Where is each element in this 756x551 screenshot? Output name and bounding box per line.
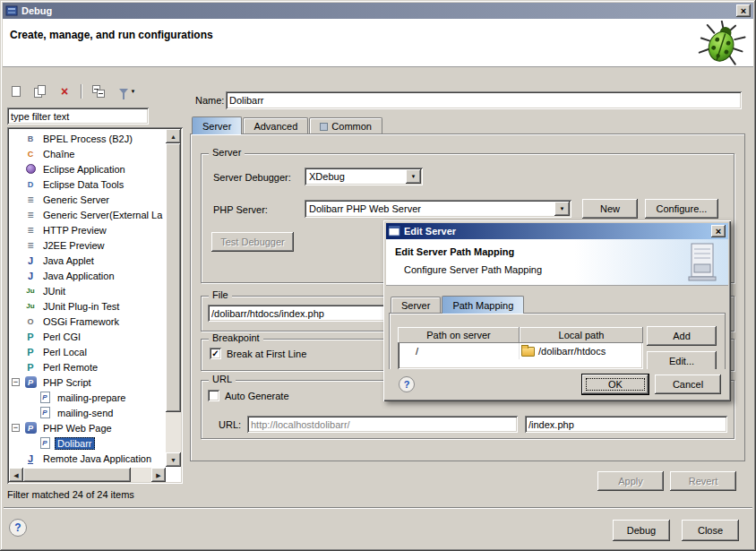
close-button[interactable]: Close <box>682 520 739 541</box>
tree-item[interactable]: OOSGi Framework <box>10 314 165 329</box>
column-local-path[interactable]: Local path <box>520 327 643 343</box>
eclipse-application-icon <box>23 162 38 176</box>
close-icon[interactable]: × <box>711 225 726 237</box>
help-icon: ? <box>404 379 410 390</box>
window-titlebar[interactable]: Debug × <box>3 3 753 19</box>
tab-common[interactable]: Common <box>309 117 382 134</box>
tab-server[interactable]: Server <box>192 116 242 134</box>
duplicate-config-button[interactable] <box>30 82 51 100</box>
ok-button[interactable]: OK <box>582 375 649 394</box>
server-debugger-select[interactable]: XDebug ▼ <box>305 168 423 185</box>
help-button[interactable]: ? <box>9 519 27 537</box>
path-mapping-table[interactable]: Path on server Local path / /dolibarr/ht… <box>398 327 643 369</box>
configure-server-button[interactable]: Configure... <box>645 199 718 219</box>
edit-mapping-button[interactable]: Edit... <box>647 351 717 371</box>
new-server-button[interactable]: New <box>582 199 638 219</box>
url-label: URL: <box>219 419 241 430</box>
tree-item-label: BPEL Process (B2J) <box>40 133 135 145</box>
break-first-line-checkbox[interactable]: ✓ <box>210 348 221 359</box>
auto-generate-checkbox[interactable] <box>208 390 219 401</box>
tree-item[interactable]: PPerl Local <box>10 344 165 359</box>
data-tools-icon: D <box>23 177 38 192</box>
tree-item-label: mailing-prepare <box>55 392 128 404</box>
dialog-help-button[interactable]: ? <box>399 376 415 392</box>
tab-label: Advanced <box>253 121 297 132</box>
tree-item[interactable]: JJava Applet <box>10 253 165 268</box>
cancel-button[interactable]: Cancel <box>655 375 721 394</box>
php-server-select[interactable]: Dolibarr PHP Web Server ▼ <box>305 200 571 218</box>
tree-item-selected[interactable]: PDolibarr <box>10 435 165 451</box>
tree-item[interactable]: −PPHP Web Page <box>10 420 165 435</box>
name-input[interactable] <box>226 91 742 109</box>
banner-title: Create, manage, and run configurations <box>10 29 213 41</box>
tree-item[interactable]: Eclipse Application <box>10 161 165 176</box>
tree-item[interactable]: −PPHP Script <box>10 375 165 390</box>
collapse-expander-icon[interactable]: − <box>12 378 20 386</box>
banner: Create, manage, and run configurations <box>3 19 753 67</box>
tree-item[interactable]: JRemote Java Application <box>10 451 165 466</box>
tree-item[interactable]: ≡Generic Server <box>10 192 165 207</box>
path-on-server-cell: / <box>398 343 520 359</box>
tab-path-mapping[interactable]: Path Mapping <box>442 296 524 314</box>
tree-item-label: JUnit <box>40 285 68 297</box>
new-config-button[interactable] <box>5 82 27 100</box>
tree-item[interactable]: Pmailing-send <box>10 405 165 420</box>
dialog-title: Edit Server <box>404 226 456 237</box>
bpel-process-icon: B <box>23 132 38 146</box>
scroll-down-icon[interactable]: ▼ <box>166 452 181 467</box>
tree-item[interactable]: CChaîne <box>10 146 165 161</box>
remote-java-icon: J <box>23 452 38 466</box>
tree-item-label: Generic Server(External La <box>40 209 165 221</box>
server-icon: ≡ <box>23 238 38 253</box>
tree-item[interactable]: ≡J2EE Preview <box>10 237 165 253</box>
url-file-input[interactable] <box>525 416 727 433</box>
delete-config-button[interactable]: × <box>54 82 75 100</box>
dialog-titlebar[interactable]: Edit Server × <box>386 223 728 239</box>
local-path-text: /dolibarr/htdocs <box>538 346 606 357</box>
revert-button[interactable]: Revert <box>670 471 736 491</box>
tree-item-label: JUnit Plug-in Test <box>40 300 122 313</box>
filter-button[interactable]: ▼ <box>112 82 142 100</box>
tree-item[interactable]: Pmailing-prepare <box>10 390 165 405</box>
tree-vertical-scrollbar[interactable]: ▲ ▼ <box>166 129 181 467</box>
tree-filter-input[interactable] <box>7 108 149 125</box>
debug-button[interactable]: Debug <box>613 520 670 541</box>
scroll-left-icon[interactable]: ◀ <box>9 468 23 482</box>
tree-item-label: Chaîne <box>40 148 77 160</box>
table-row[interactable]: / /dolibarr/htdocs <box>398 343 643 359</box>
dialog-banner: Edit Server Path Mapping Configure Serve… <box>386 239 728 286</box>
tree-item[interactable]: BBPEL Process (B2J) <box>10 131 165 146</box>
tree-item[interactable]: ≡Generic Server(External La <box>10 207 165 222</box>
scrollbar-thumb[interactable] <box>166 143 181 412</box>
tab-advanced[interactable]: Advanced <box>243 117 308 134</box>
break-first-line-label: Break at First Line <box>227 349 306 359</box>
tree-item-label: J2EE Preview <box>40 239 107 252</box>
tab-server-settings[interactable]: Server <box>391 297 441 314</box>
apply-button[interactable]: Apply <box>597 471 664 491</box>
collapse-expander-icon[interactable]: − <box>12 424 20 432</box>
tree-item-label: Generic Server <box>40 194 112 206</box>
close-icon[interactable]: × <box>736 4 751 17</box>
tree-item[interactable]: DEclipse Data Tools <box>10 176 165 192</box>
tree-item[interactable]: JuJUnit Plug-in Test <box>10 298 165 314</box>
tree-item[interactable]: JJava Application <box>10 268 165 283</box>
test-debugger-button[interactable]: Test Debugger <box>211 232 294 252</box>
scrollbar-thumb[interactable] <box>23 468 131 482</box>
scroll-right-icon[interactable]: ▶ <box>151 468 166 482</box>
edit-server-dialog-icon <box>389 226 400 237</box>
url-base-input[interactable] <box>247 416 518 433</box>
add-mapping-button[interactable]: Add <box>647 326 717 346</box>
collapse-all-button[interactable] <box>88 82 109 100</box>
chevron-down-icon[interactable]: ▼ <box>554 202 570 216</box>
tree-item[interactable]: ≡HTTP Preview <box>10 222 165 237</box>
chevron-down-icon[interactable]: ▼ <box>406 169 421 184</box>
debug-window-icon <box>5 4 18 17</box>
server-debugger-label: Server Debugger: <box>213 172 291 183</box>
chevron-down-icon: ▼ <box>131 89 136 94</box>
tree-horizontal-scrollbar[interactable]: ◀ ▶ <box>9 468 166 482</box>
tree-item[interactable]: PPerl CGI <box>10 329 165 344</box>
column-path-on-server[interactable]: Path on server <box>398 327 520 343</box>
tree-item[interactable]: JuJUnit <box>10 283 165 298</box>
tree-item[interactable]: PPerl Remote <box>10 359 165 375</box>
scroll-up-icon[interactable]: ▲ <box>166 129 181 143</box>
